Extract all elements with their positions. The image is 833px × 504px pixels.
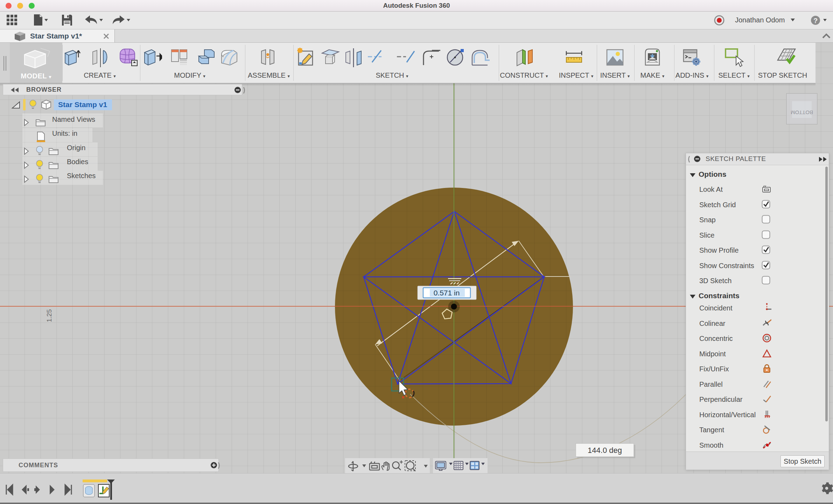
svg-text:BOTTOM: BOTTOM bbox=[791, 110, 813, 115]
svg-text:144.0 deg: 144.0 deg bbox=[588, 446, 622, 455]
svg-text:0.571 in: 0.571 in bbox=[434, 289, 460, 297]
svg-text:1.25: 1.25 bbox=[46, 309, 53, 322]
svg-text:?: ? bbox=[813, 17, 818, 24]
